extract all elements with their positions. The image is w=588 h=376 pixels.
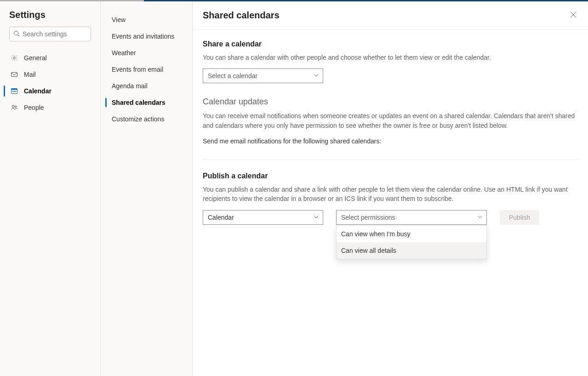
svg-point-2 xyxy=(13,57,15,59)
subnav-item-customize-actions[interactable]: Customize actions xyxy=(101,111,192,127)
publish-button[interactable]: Publish xyxy=(500,210,539,225)
sidebar-item-general[interactable]: General xyxy=(0,50,97,66)
publish-permissions-select[interactable]: Select permissions Can view when I'm bus… xyxy=(336,210,487,225)
calendar-icon xyxy=(10,87,18,95)
sidebar-item-label: Mail xyxy=(24,71,36,78)
publish-description: You can publish a calendar and share a l… xyxy=(203,185,578,204)
permissions-dropdown-menu: Can view when I'm busy Can view all deta… xyxy=(336,225,487,259)
chevron-down-icon xyxy=(477,214,483,221)
svg-point-0 xyxy=(14,31,18,35)
svg-rect-8 xyxy=(15,91,16,92)
publish-calendar-select-value: Calendar xyxy=(208,214,234,221)
close-button[interactable] xyxy=(567,9,580,22)
svg-rect-3 xyxy=(11,73,17,77)
publish-heading: Publish a calendar xyxy=(203,172,578,180)
main-panel: Shared calendars Share a calendar You ca… xyxy=(193,1,588,376)
people-icon xyxy=(10,104,18,111)
settings-sidebar: Settings General xyxy=(0,1,101,376)
search-input[interactable] xyxy=(23,30,103,38)
svg-point-10 xyxy=(15,106,17,108)
main-body: Share a calendar You can share a calenda… xyxy=(193,30,588,376)
subnav-item-agenda-mail[interactable]: Agenda mail xyxy=(101,78,192,94)
section-share-calendar: Share a calendar You can share a calenda… xyxy=(203,40,578,83)
sidebar-item-label: General xyxy=(24,54,47,62)
svg-line-1 xyxy=(18,34,20,36)
chevron-down-icon xyxy=(314,72,319,80)
section-calendar-updates: Calendar updates You can receive email n… xyxy=(203,97,578,146)
svg-rect-5 xyxy=(11,89,17,90)
chevron-down-icon xyxy=(314,214,319,221)
sidebar-item-mail[interactable]: Mail xyxy=(0,66,97,83)
sidebar-item-people[interactable]: People xyxy=(0,99,97,116)
main-header: Shared calendars xyxy=(193,1,588,30)
section-publish-calendar: Publish a calendar You can publish a cal… xyxy=(203,172,578,225)
updates-heading: Calendar updates xyxy=(203,97,578,107)
settings-layout: Settings General xyxy=(0,1,588,376)
updates-description: You can receive email notifications when… xyxy=(203,111,578,130)
search-icon xyxy=(13,30,20,38)
subnav-item-view[interactable]: View xyxy=(101,11,192,28)
share-calendar-select[interactable]: Select a calendar xyxy=(203,68,323,83)
search-box[interactable] xyxy=(9,27,91,41)
share-description: You can share a calendar with other peop… xyxy=(203,53,578,62)
page-title: Shared calendars xyxy=(203,10,280,21)
updates-sendme-label: Send me email notifications for the foll… xyxy=(203,137,578,146)
close-icon xyxy=(570,11,577,19)
search-container xyxy=(0,27,97,47)
settings-title: Settings xyxy=(0,1,97,27)
gear-icon xyxy=(10,54,18,62)
share-heading: Share a calendar xyxy=(203,40,578,48)
publish-permissions-placeholder: Select permissions xyxy=(341,214,395,221)
mail-icon xyxy=(10,71,18,78)
subnav-item-weather[interactable]: Weather xyxy=(101,45,192,61)
publish-calendar-select[interactable]: Calendar xyxy=(203,210,323,225)
settings-subnav: View Events and invitations Weather Even… xyxy=(101,1,193,376)
subnav-item-events-from-email[interactable]: Events from email xyxy=(101,61,192,78)
section-divider xyxy=(203,160,578,160)
permissions-option-can-view-busy[interactable]: Can view when I'm busy xyxy=(337,226,486,242)
share-calendar-select-label: Select a calendar xyxy=(208,72,257,80)
permissions-option-can-view-all[interactable]: Can view all details xyxy=(337,242,486,259)
sidebar-item-label: People xyxy=(24,104,44,111)
subnav-item-shared-calendars[interactable]: Shared calendars xyxy=(101,94,192,111)
subnav-item-events-invitations[interactable]: Events and invitations xyxy=(101,28,192,45)
svg-point-9 xyxy=(12,105,14,108)
sidebar-item-calendar[interactable]: Calendar xyxy=(0,83,97,99)
category-list: General Mail xyxy=(0,47,97,116)
publish-controls-row: Calendar Select permissions Can view whe… xyxy=(203,210,578,225)
sidebar-item-label: Calendar xyxy=(24,87,51,95)
svg-rect-6 xyxy=(12,91,13,92)
svg-rect-7 xyxy=(14,91,15,92)
